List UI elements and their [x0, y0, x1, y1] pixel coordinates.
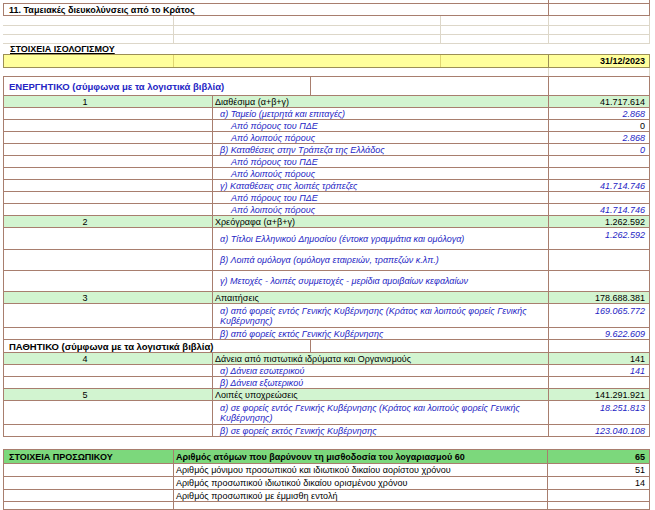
row-value: 41.714.746: [549, 180, 649, 191]
date-row-cell: [174, 55, 441, 67]
row-label: β) Λοιπά ομόλογα (ομόλογα εταιρειών, τρα…: [213, 250, 549, 270]
row-label: Λοιπές υποχρεώσεις: [213, 389, 549, 400]
table-row: β) από φορείς εκτός Γενικής Κυβέρνησης 9…: [4, 328, 649, 340]
row-value: [549, 271, 649, 291]
row-value: 2.868: [549, 108, 649, 119]
row-value: 41.714.746: [549, 204, 649, 215]
row-value: [549, 156, 649, 167]
row-value: 0: [549, 120, 649, 131]
liabilities-header-row: ΠΑΘΗΤΙΚΟ (σύμφωνα με τα λογιστικά βιβλία…: [4, 340, 649, 353]
personnel-table: ΣΤΟΙΧΕΙΑ ΠΡΟΣΩΠΙΚΟΥ Αριθμός ατόμων που β…: [3, 449, 650, 510]
row-label: 11. Ταμειακές διευκολύνσεις από το Κράτο…: [4, 4, 549, 15]
row-value: [549, 168, 649, 179]
row-value-empty: [549, 4, 649, 15]
row-label: β) σε φορείς εκτός Γενικής Κυβέρνησης: [213, 425, 549, 436]
personnel-title: ΣΤΟΙΧΕΙΑ ΠΡΟΣΩΠΙΚΟΥ: [4, 450, 174, 463]
assets-header-cell: [549, 77, 649, 95]
row-number: 2: [4, 216, 213, 227]
table-row-total: 2 Χρεόγραφα (α+β+γ) 1.262.592: [4, 216, 649, 228]
personnel-row: Αριθμός προσωπικού ιδιωτικού δικαίου ορι…: [4, 477, 649, 490]
table-row-total: 5 Λοιπές υποχρεώσεις 141.291.921: [4, 389, 649, 401]
row-label: Από λοιπούς πόρους: [213, 132, 549, 143]
row-number: 1: [4, 96, 213, 107]
row-value: [549, 377, 649, 388]
row-label: Από λοιπούς πόρους: [213, 168, 549, 179]
table-row: Από λοιπούς πόρους 2.868: [4, 132, 649, 144]
table-row: α) Ταμείο (μετρητά και επιταγές) 2.868: [4, 108, 649, 120]
row-value: 41.717.614: [549, 96, 649, 107]
row-value: 51: [548, 464, 649, 476]
row-label: γ) Καταθέσεις στις λοιπές τράπεζες: [213, 180, 549, 191]
row-number: 5: [4, 389, 213, 400]
table-row: Από πόρους του ΠΔΕ 0: [4, 120, 649, 132]
personnel-header-label: Αριθμός ατόμων που βαρύνουν τη μισθοδοσί…: [174, 450, 548, 463]
row-label: Από λοιπούς πόρους: [213, 204, 549, 215]
assets-header-row: ΕΝΕΡΓΗΤΙΚΟ (σύμφωνα με τα λογιστικά βιβλ…: [3, 76, 650, 96]
table-row: β) Λοιπά ομόλογα (ομόλογα εταιρειών, τρα…: [4, 250, 649, 271]
balance-table: 1 Διαθέσιμα (α+β+γ) 41.717.614 α) Ταμείο…: [3, 96, 650, 437]
row-label: Από πόρους του ΠΔΕ: [213, 156, 549, 167]
assets-header-label: ΕΝΕΡΓΗΤΙΚΟ (σύμφωνα με τα λογιστικά βιβλ…: [4, 77, 311, 95]
row-label: α) από φορείς εντός Γενικής Κυβέρνησης (…: [213, 304, 549, 327]
table-row: α) Τίτλοι Ελληνικού Δημοσίου (έντοκα γρα…: [4, 228, 649, 250]
personnel-header-value: 65: [548, 450, 649, 463]
assets-header-cell: [311, 77, 549, 95]
table-row: α) από φορείς εντός Γενικής Κυβέρνησης (…: [4, 304, 649, 328]
row-value: 141: [549, 365, 649, 376]
liabilities-header-cell: [311, 340, 549, 352]
row-label: Αριθμός προσωπικού με έμμισθη εντολή: [174, 490, 548, 501]
row-value: 1.262.592: [549, 216, 649, 227]
balance-data-title-text: ΣΤΟΙΧΕΙΑ ΙΣΟΛΟΓΙΣΜΟΥ: [10, 44, 115, 54]
row-value: 141: [549, 353, 649, 364]
table-row: Από λοιπούς πόρους: [4, 168, 649, 180]
date-row-cell: [441, 55, 549, 67]
row-value: 0: [549, 144, 649, 155]
table-row: Από λοιπούς πόρους 41.714.746: [4, 204, 649, 216]
table-row-total: 4 Δάνεια από πιστωτικά ιδρύματα και Οργα…: [4, 353, 649, 365]
row-label: α) Δάνεια εσωτερικού: [213, 365, 549, 376]
row-label: α) σε φορείς εντός Γενικής Κυβέρνησης (Κ…: [213, 401, 549, 424]
table-row: γ) Μετοχές - λοιπές συμμετοχές - μερίδια…: [4, 271, 649, 292]
table-row: Από πόρους του ΠΔΕ: [4, 192, 649, 204]
row-value: [549, 192, 649, 203]
top-partial-row: [3, 0, 650, 3]
personnel-empty-row: [4, 502, 649, 509]
table-row: α) σε φορείς εντός Γενικής Κυβέρνησης (Κ…: [4, 401, 649, 425]
row-label: β) Καταθέσεις στην Τράπεζα της Ελλάδος: [213, 144, 549, 155]
row-value: [549, 250, 649, 270]
row-value: [548, 490, 649, 501]
date-row: 31/12/2023: [3, 54, 650, 68]
table-row: α) Δάνεια εσωτερικού 141: [4, 365, 649, 377]
personnel-row: Αριθμός προσωπικού με έμμισθη εντολή: [4, 490, 649, 502]
row-label: α) Ταμείο (μετρητά και επιταγές): [213, 108, 549, 119]
row-label: Διαθέσιμα (α+β+γ): [213, 96, 549, 107]
row-label: β) Δάνεια εξωτερικού: [213, 377, 549, 388]
row-value: 123.040.108: [549, 425, 649, 436]
spacer-row: [3, 68, 650, 76]
balance-sheet-document: 11. Ταμειακές διευκολύνσεις από το Κράτο…: [0, 0, 655, 510]
table-row-total: 3 Απαιτήσεις 178.688.381: [4, 292, 649, 304]
row-value: 9.622.609: [549, 328, 649, 339]
row-value: 2.868: [549, 132, 649, 143]
row-label: α) Τίτλοι Ελληνικού Δημοσίου (έντοκα γρα…: [213, 228, 549, 249]
row-value: 1.262.592: [549, 228, 649, 249]
table-row: Από πόρους του ΠΔΕ: [4, 156, 649, 168]
table-row: β) Καταθέσεις στην Τράπεζα της Ελλάδος 0: [4, 144, 649, 156]
row-value: 169.065.772: [549, 304, 649, 327]
row-label: Από πόρους του ΠΔΕ: [213, 192, 549, 203]
row-label: Απαιτήσεις: [213, 292, 549, 303]
spacer: [0, 437, 655, 449]
table-row: β) σε φορείς εκτός Γενικής Κυβέρνησης 12…: [4, 425, 649, 437]
row-number: 4: [4, 353, 213, 364]
row-value: 141.291.921: [549, 389, 649, 400]
personnel-header-row: ΣΤΟΙΧΕΙΑ ΠΡΟΣΩΠΙΚΟΥ Αριθμός ατόμων που β…: [4, 450, 649, 464]
row-value: 14: [548, 477, 649, 489]
personnel-row: Αριθμός μόνιμου προσωπικού και ιδιωτικού…: [4, 464, 649, 477]
row-label: Χρεόγραφα (α+β+γ): [213, 216, 549, 227]
row-label: γ) Μετοχές - λοιπές συμμετοχές - μερίδια…: [213, 271, 549, 291]
row-cash-facilities: 11. Ταμειακές διευκολύνσεις από το Κράτο…: [3, 3, 650, 16]
liabilities-header-cell: [549, 340, 649, 352]
table-row: γ) Καταθέσεις στις λοιπές τράπεζες 41.71…: [4, 180, 649, 192]
row-label: Δάνεια από πιστωτικά ιδρύματα και Οργανι…: [213, 353, 549, 364]
table-row: β) Δάνεια εξωτερικού: [4, 377, 649, 389]
